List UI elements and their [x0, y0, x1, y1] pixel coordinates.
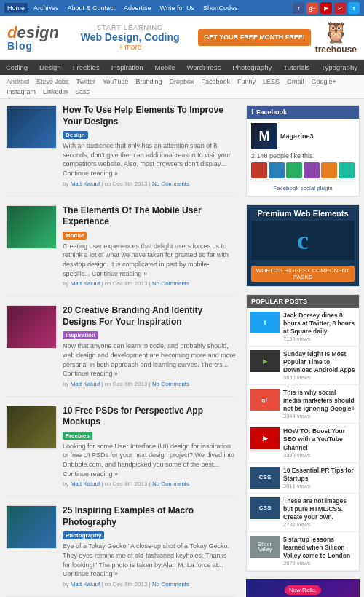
- post-title[interactable]: 25 Inspiring Examples of Macro Photograp…: [63, 505, 236, 528]
- nav-advertise[interactable]: Advertise: [121, 3, 154, 13]
- post-content: 10 Free PSDs for Perspective App Mockups…: [63, 406, 236, 488]
- twitter-icon[interactable]: t: [348, 2, 360, 14]
- popular-post-item[interactable]: CSS These are not images but pure HTML/C…: [247, 494, 359, 532]
- youtube-icon[interactable]: ▶: [320, 2, 332, 14]
- nav-typography[interactable]: Typography: [315, 60, 363, 75]
- logo-design-text: design: [7, 25, 59, 41]
- subnav-linkedin[interactable]: LinkedIn: [39, 87, 71, 97]
- newrelic-widget[interactable]: New Relic. Know Why This Happened To You…: [246, 579, 360, 597]
- top-navigation: Home Archives About & Contact Advertise …: [0, 0, 364, 16]
- post-comments[interactable]: No Comments: [152, 381, 189, 387]
- logo-blog-text: Blog: [7, 41, 59, 51]
- premium-logo: c: [251, 221, 355, 260]
- post-comments[interactable]: No Comments: [152, 280, 189, 287]
- post-author[interactable]: Matt Kaluuf: [71, 280, 100, 287]
- post-thumbnail: [6, 205, 57, 249]
- subnav-android[interactable]: Android: [3, 76, 33, 87]
- popular-post-views: 2732 views: [283, 521, 355, 528]
- popular-post-title[interactable]: 10 Essential PR Tips for Startups: [283, 467, 355, 483]
- main-layout: How To Use Help Elements To Improve Your…: [0, 99, 364, 597]
- post-author[interactable]: Matt Kaluuf: [71, 481, 100, 487]
- post-author[interactable]: Matt Kaluuf: [71, 581, 100, 588]
- popular-post-item[interactable]: t Jack Dorsey dines 8 hours at Twitter, …: [247, 308, 359, 347]
- popular-post-item[interactable]: ▶ HOW TO: Boost Your SEO with a YouTube …: [247, 424, 359, 462]
- nav-writeforus[interactable]: Write for Us: [157, 3, 197, 13]
- popular-post-views: 3011 views: [283, 483, 355, 489]
- nav-freebies[interactable]: Freebies: [67, 60, 106, 75]
- post-comments[interactable]: No Comments: [152, 181, 189, 187]
- nav-design[interactable]: Design: [33, 60, 67, 75]
- googleplus-icon[interactable]: g+: [306, 2, 318, 14]
- post-title[interactable]: The Elements Of The Mobile User Experien…: [63, 205, 236, 228]
- nav-mobile[interactable]: Mobile: [149, 60, 181, 75]
- post-tag: Photography: [63, 531, 104, 539]
- premium-badge: WORLD'S BIGGEST COMPONENT PACKS: [251, 266, 355, 282]
- post-title[interactable]: 20 Creative Branding And Identity Design…: [63, 305, 236, 328]
- subnav-twitter[interactable]: Twitter: [73, 76, 100, 87]
- popular-post-title[interactable]: 5 startup lessons learned when Silicon V…: [283, 536, 355, 560]
- subnav-facebook[interactable]: Facebook: [198, 76, 234, 87]
- post-author[interactable]: Matt Kaluuf: [71, 381, 100, 387]
- post-item: 25 Inspiring Examples of Macro Photograp…: [6, 505, 236, 597]
- post-excerpt: Eye of a Tokay Gecko "A close-up shot of…: [63, 542, 236, 578]
- subnav-youtube[interactable]: YouTube: [99, 76, 132, 87]
- subnav-funny[interactable]: Funny: [234, 76, 259, 87]
- nav-shortcodes[interactable]: ShortCodes: [200, 3, 241, 13]
- premium-widget[interactable]: Premium Web Elements c WORLD'S BIGGEST C…: [246, 204, 360, 287]
- nav-tutorials[interactable]: Tutorials: [277, 60, 315, 75]
- subnav-googleplus[interactable]: Google+: [308, 76, 340, 87]
- post-item: 20 Creative Branding And Identity Design…: [6, 305, 236, 397]
- post-author[interactable]: Matt Kaluuf: [71, 181, 100, 187]
- treehouse-logo[interactable]: 🦉 treehouse: [315, 20, 357, 55]
- subnav-stevejobs[interactable]: Steve Jobs: [33, 76, 73, 87]
- post-comments[interactable]: No Comments: [152, 581, 189, 588]
- popular-post-item[interactable]: Silicon Valley 5 startup lessons learned…: [247, 532, 359, 571]
- popular-post-title[interactable]: Sunday Night Is Most Popular Time to Dow…: [283, 350, 355, 374]
- nav-about[interactable]: About & Contact: [65, 3, 119, 13]
- site-header: design Blog START LEARNING Web Design, C…: [0, 16, 364, 60]
- nav-coding[interactable]: Coding: [0, 60, 33, 75]
- nav-inspiration[interactable]: Inspiration: [106, 60, 149, 75]
- subnav-less[interactable]: LESS: [259, 76, 283, 87]
- popular-post-title[interactable]: This is why social media marketers shoul…: [283, 389, 355, 413]
- treehouse-owl-icon: 🦉: [323, 20, 349, 44]
- popular-post-item[interactable]: ▶ Sunday Night Is Most Popular Time to D…: [247, 347, 359, 385]
- nav-home[interactable]: Home: [4, 3, 28, 13]
- pinterest-icon[interactable]: P: [334, 2, 346, 14]
- popular-post-text: Sunday Night Is Most Popular Time to Dow…: [283, 350, 355, 381]
- subnav-dropbox[interactable]: Dropbox: [165, 76, 197, 87]
- popular-post-thumb: ▶: [250, 427, 280, 449]
- post-item: The Elements Of The Mobile User Experien…: [6, 205, 236, 297]
- post-content: How To Use Help Elements To Improve Your…: [63, 105, 236, 187]
- popular-post-thumb: ▶: [250, 350, 280, 372]
- popular-post-views: 3398 views: [283, 452, 355, 459]
- header-cta-button[interactable]: GET YOUR FREE MONTH FREE!: [198, 29, 310, 47]
- post-title[interactable]: 10 Free PSDs for Perspective App Mockups: [63, 406, 236, 428]
- facebook-icon[interactable]: f: [293, 2, 304, 14]
- popular-post-views: 3344 views: [283, 413, 355, 419]
- nav-photography[interactable]: Photography: [226, 60, 277, 75]
- subnav-gmail[interactable]: Gmail: [283, 76, 308, 87]
- nav-archives[interactable]: Archives: [31, 3, 62, 13]
- subnav-branding[interactable]: Branding: [132, 76, 165, 87]
- site-logo[interactable]: design Blog: [7, 25, 59, 51]
- facebook-plugin-link[interactable]: Facebook social plugin: [251, 181, 355, 191]
- post-comments[interactable]: No Comments: [152, 481, 189, 487]
- popular-post-views: 7136 views: [283, 336, 355, 342]
- newrelic-badge: New Relic.: [285, 585, 321, 595]
- post-title[interactable]: How To Use Help Elements To Improve Your…: [63, 105, 236, 127]
- popular-post-title[interactable]: HOW TO: Boost Your SEO with a YouTube Ch…: [283, 427, 355, 451]
- popular-post-item[interactable]: CSS 10 Essential PR Tips for Startups 30…: [247, 463, 359, 494]
- subnav-sass[interactable]: Sass: [71, 87, 93, 97]
- popular-post-title[interactable]: Jack Dorsey dines 8 hours at Twitter, 8 …: [283, 312, 355, 336]
- subnav-instagram[interactable]: Instagram: [3, 87, 39, 97]
- popular-post-title[interactable]: These are not images but pure HTML/CSS. …: [283, 497, 355, 521]
- header-subjects: Web Design, Coding: [66, 31, 194, 43]
- post-tag: Mobile: [63, 232, 87, 240]
- post-item: 10 Free PSDs for Perspective App Mockups…: [6, 406, 236, 497]
- post-meta: by Matt Kaluuf | on Dec 8th 2013 | No Co…: [63, 280, 236, 287]
- nav-wordpress[interactable]: WordPress: [181, 60, 227, 75]
- popular-post-item[interactable]: g+ This is why social media marketers sh…: [247, 385, 359, 424]
- post-thumbnail: [6, 505, 57, 549]
- post-thumbnail: [6, 105, 57, 149]
